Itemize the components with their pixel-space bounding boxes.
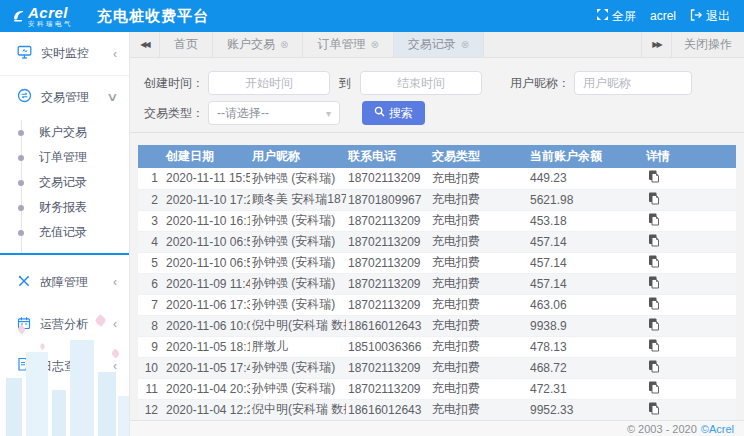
cell-create-date: 2020-11-05 18:10:13: [164, 336, 250, 357]
tab-bar: ◀◀ 首页 账户交易 ⊗ 订单管理 ⊗ 交易记录 ⊗ ▶▶ 关闭操作: [130, 32, 744, 58]
cell-balance: 449.23: [528, 168, 644, 189]
cell-nickname: 孙钟强 (安科瑞): [250, 294, 346, 315]
logout-label: 退出: [706, 8, 730, 25]
page-title: 充电桩收费平台: [97, 7, 209, 26]
detail-copy-icon[interactable]: [648, 402, 660, 415]
tab-account-transaction[interactable]: 账户交易 ⊗: [213, 32, 303, 57]
cell-nickname: 孙钟强 (安科瑞): [250, 273, 346, 294]
tab-transaction-record[interactable]: 交易记录 ⊗: [394, 32, 484, 57]
monitor-icon: [17, 45, 32, 62]
row-index: 3: [138, 210, 164, 231]
cell-create-date: 2020-11-10 06:52:59: [164, 231, 250, 252]
close-operations-button[interactable]: 关闭操作: [671, 32, 744, 57]
logout-button[interactable]: 退出: [690, 8, 730, 25]
fullscreen-label: 全屏: [612, 8, 636, 25]
detail-copy-icon[interactable]: [648, 339, 660, 352]
cell-balance: 472.31: [528, 378, 644, 399]
main-content: 创建时间： 到 用户昵称： 交易类型： --请选择-- ▾ 搜索: [130, 58, 744, 420]
start-time-input[interactable]: [208, 71, 330, 95]
calendar-icon: [17, 316, 31, 333]
detail-copy-icon[interactable]: [648, 276, 660, 289]
sidebar-item-label: 实时监控: [41, 45, 89, 62]
table-row: 10 2020-11-05 17:48:59 孙钟强 (安科瑞) 1870211…: [138, 357, 736, 378]
row-index: 12: [138, 399, 164, 420]
create-time-label: 创建时间：: [144, 75, 204, 92]
detail-copy-icon[interactable]: [648, 192, 660, 205]
cell-phone: 18702113209: [346, 252, 430, 273]
row-index: 4: [138, 231, 164, 252]
detail-copy-icon[interactable]: [648, 381, 660, 394]
sidebar-item-fault-mgmt[interactable]: 故障管理 ‹: [0, 261, 129, 303]
cell-balance: 457.14: [528, 273, 644, 294]
sidebar-subitem-transaction-record[interactable]: 交易记录: [0, 170, 129, 195]
tab-close-icon[interactable]: ⊗: [280, 40, 288, 50]
sidebar-item-label: 日志查看: [40, 358, 88, 375]
tab-home[interactable]: 首页: [160, 32, 213, 57]
table-row: 3 2020-11-10 16:18:58 孙钟强 (安科瑞) 18702113…: [138, 210, 736, 231]
sidebar-item-realtime-monitor[interactable]: 实时监控 ‹: [0, 32, 129, 76]
nickname-label: 用户昵称：: [510, 75, 570, 92]
cell-transaction-type: 充电扣费: [430, 189, 528, 210]
table-body: 1 2020-11-11 15:57:23 孙钟强 (安科瑞) 18702113…: [138, 168, 736, 420]
brand-name: Acrel: [28, 5, 73, 20]
cell-phone: 18702113209: [346, 357, 430, 378]
acrel-footer-link[interactable]: ©Acrel: [701, 423, 734, 435]
cell-transaction-type: 充电扣费: [430, 231, 528, 252]
cell-create-date: 2020-11-05 17:48:59: [164, 357, 250, 378]
sidebar-subitem-order-mgmt[interactable]: 订单管理: [0, 145, 129, 170]
nickname-input[interactable]: [574, 71, 692, 95]
cell-nickname: 顾冬美 安科瑞1870180: [250, 189, 346, 210]
tab-order-mgmt[interactable]: 订单管理 ⊗: [303, 32, 393, 57]
cell-nickname: 倪中明(安科瑞 数据部)18: [250, 399, 346, 420]
cell-balance: 453.18: [528, 210, 644, 231]
fullscreen-button[interactable]: 全屏: [597, 8, 636, 25]
cell-nickname: 孙钟强 (安科瑞): [250, 378, 346, 399]
sidebar-subitem-account-transaction[interactable]: 账户交易: [0, 120, 129, 145]
cell-phone: 18702113209: [346, 210, 430, 231]
cell-balance: 9952.33: [528, 399, 644, 420]
cell-transaction-type: 充电扣费: [430, 252, 528, 273]
sidebar-item-transaction-mgmt[interactable]: 交易管理 ∨: [0, 76, 129, 118]
table-header-row: 创建日期 用户昵称 联系电话 交易类型 当前账户余额 详情: [138, 145, 736, 168]
chevron-left-icon: ‹: [113, 359, 117, 373]
detail-copy-icon[interactable]: [648, 170, 660, 183]
cell-transaction-type: 充电扣费: [430, 273, 528, 294]
tab-label: 交易记录: [408, 36, 456, 53]
row-index: 8: [138, 315, 164, 336]
detail-copy-icon[interactable]: [648, 297, 660, 310]
detail-copy-icon[interactable]: [648, 360, 660, 373]
search-button[interactable]: 搜索: [362, 101, 425, 125]
end-time-input[interactable]: [360, 71, 482, 95]
cell-transaction-type: 充电扣费: [430, 315, 528, 336]
fault-tools-icon: [17, 274, 31, 291]
scroll-tabs-left-icon[interactable]: ◀◀: [130, 32, 160, 57]
cell-create-date: 2020-11-09 11:42:24: [164, 273, 250, 294]
current-username[interactable]: acrel: [650, 9, 676, 23]
table-row: 8 2020-11-06 10:02:33 倪中明(安科瑞 数据部)18 186…: [138, 315, 736, 336]
chevron-down-icon: ▾: [326, 108, 331, 119]
cell-balance: 457.14: [528, 231, 644, 252]
cell-transaction-type: 充电扣费: [430, 210, 528, 231]
transaction-type-select[interactable]: --请选择-- ▾: [208, 101, 340, 125]
chevron-down-icon: ∨: [106, 90, 118, 104]
cell-create-date: 2020-11-10 16:18:58: [164, 210, 250, 231]
scroll-tabs-right-icon[interactable]: ▶▶: [641, 32, 671, 57]
tab-close-icon[interactable]: ⊗: [461, 40, 469, 50]
table-row: 11 2020-11-04 20:37:02 孙钟强 (安科瑞) 1870211…: [138, 378, 736, 399]
row-index: 5: [138, 252, 164, 273]
col-create-date: 创建日期: [164, 145, 250, 168]
cell-phone: 18702113209: [346, 168, 430, 189]
sidebar-subitem-recharge-record[interactable]: 充值记录: [0, 220, 129, 245]
cell-create-date: 2020-11-10 17:26:11: [164, 189, 250, 210]
detail-copy-icon[interactable]: [648, 213, 660, 226]
detail-copy-icon[interactable]: [648, 255, 660, 268]
row-index: 1: [138, 168, 164, 189]
tab-close-icon[interactable]: ⊗: [370, 40, 378, 50]
sidebar-item-log-view[interactable]: 日志查看 ‹: [0, 345, 129, 387]
detail-copy-icon[interactable]: [648, 234, 660, 247]
log-icon: [17, 357, 31, 375]
sidebar-item-operation-analysis[interactable]: 运营分析 ‹: [0, 303, 129, 345]
cell-balance: 463.06: [528, 294, 644, 315]
detail-copy-icon[interactable]: [648, 318, 660, 331]
sidebar-subitem-finance-report[interactable]: 财务报表: [0, 195, 129, 220]
